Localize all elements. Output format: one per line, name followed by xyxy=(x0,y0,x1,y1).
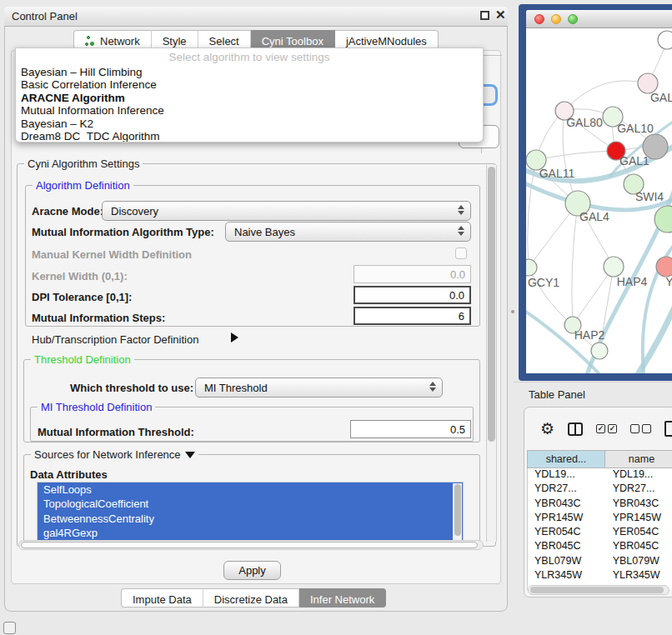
data-attributes-label: Data Attributes xyxy=(30,468,108,481)
table-cell: YER054C xyxy=(606,526,672,540)
mi-threshold-definition-title: MI Threshold Definition xyxy=(38,401,155,413)
table-cell: YBR045C xyxy=(528,540,606,554)
tab-infer-network[interactable]: Infer Network xyxy=(299,588,386,608)
network-edge[interactable] xyxy=(536,151,616,160)
close-traffic-light-icon[interactable] xyxy=(534,14,544,24)
network-node-y[interactable] xyxy=(656,257,672,277)
data-attributes-list[interactable]: SelfLoopsTopologicalCoefficientBetweenne… xyxy=(37,482,464,542)
tab-cyni-toolbox[interactable]: Cyni Toolbox xyxy=(251,30,335,49)
attribute-item-selfloops[interactable]: SelfLoops xyxy=(38,482,463,497)
table-row[interactable]: YBR045CYBR045C9. xyxy=(528,540,672,554)
table-cell: YDR27... xyxy=(606,482,672,497)
minimize-traffic-light-icon[interactable] xyxy=(551,14,561,24)
mi-threshold-label: Mutual Information Threshold: xyxy=(38,426,194,438)
tab-jactivemnodules[interactable]: jActiveMNodules xyxy=(335,30,439,49)
float-panel-icon[interactable] xyxy=(480,11,489,20)
dpi-tolerance-field[interactable] xyxy=(354,286,471,304)
deselect-all-columns-icon[interactable] xyxy=(630,424,651,433)
stepper-arrows-icon xyxy=(458,226,464,236)
network-node[interactable] xyxy=(658,31,672,49)
control-panel-header xyxy=(4,7,508,27)
manual-kernel-checkbox[interactable] xyxy=(455,248,467,259)
algorithm-popup-placeholder: Select algorithm to view settings xyxy=(16,48,483,66)
network-node[interactable] xyxy=(591,342,608,359)
table-row[interactable]: YLR345WYLR345W9. xyxy=(528,569,672,583)
network-node[interactable] xyxy=(643,134,668,159)
tab-select[interactable]: Select xyxy=(198,30,251,49)
restore-panel-icon[interactable] xyxy=(3,622,16,634)
document-icon[interactable] xyxy=(664,421,672,437)
attribute-item-topologicalcoefficient[interactable]: TopologicalCoefficient xyxy=(38,497,463,511)
column-header-name[interactable]: name xyxy=(605,450,672,468)
select-all-columns-icon[interactable]: ✓✓ xyxy=(596,424,617,433)
network-window[interactable]: GALGAL80GAL10GAL1GAL11SWI4GAL4GCY1HAP4YH… xyxy=(519,4,672,381)
mi-steps-field[interactable] xyxy=(354,307,471,325)
table-row[interactable]: YBR043CYBR043C xyxy=(528,498,672,512)
table-row[interactable]: YDL19...YDL19...13 xyxy=(528,468,672,482)
algorithm-option-mutual-information-inference[interactable]: Mutual Information Inference xyxy=(16,104,483,117)
network-node-gcy1[interactable] xyxy=(526,259,537,276)
cyni-bottom-tabs: Impute DataDiscretize DataInfer Network xyxy=(121,588,386,608)
network-node-hap4[interactable] xyxy=(604,257,624,277)
table-panel-title: Table Panel xyxy=(529,388,585,401)
network-window-titlebar[interactable] xyxy=(526,10,672,28)
tab-discretize-data[interactable]: Discretize Data xyxy=(203,588,299,608)
network-edge-band[interactable] xyxy=(633,300,672,373)
apply-button[interactable]: Apply xyxy=(223,561,281,580)
network-node-label: HAP2 xyxy=(574,328,605,342)
tab-impute-data[interactable]: Impute Data xyxy=(121,588,203,608)
network-node-label: HAP4 xyxy=(617,275,648,288)
algorithm-option-bayesian-hill-climbing[interactable]: Bayesian – Hill Climbing xyxy=(16,66,483,78)
kernel-width-field[interactable] xyxy=(354,265,471,283)
gear-icon[interactable]: ⚙ xyxy=(540,421,554,437)
attribute-item-gal4rgexp[interactable]: gal4RGexp xyxy=(38,526,463,540)
network-canvas[interactable]: GALGAL80GAL10GAL1GAL11SWI4GAL4GCY1HAP4YH… xyxy=(526,28,672,373)
algorithm-option-aracne-algorithm[interactable]: ARACNE Algorithm xyxy=(16,92,483,104)
which-threshold-combo[interactable]: MI Threshold xyxy=(195,378,443,398)
attribute-item-betweennesscentrality[interactable]: BetweennessCentrality xyxy=(38,512,463,526)
column-header-shared[interactable]: shared... xyxy=(527,450,605,468)
table-cell: YBR045C xyxy=(606,540,672,554)
table-cell: YLR345W xyxy=(606,569,672,583)
algorithm-option-dream8-dc-tdc-algorithm[interactable]: Dream8 DC_TDC Algorithm xyxy=(16,130,483,142)
network-node-label: GCY1 xyxy=(528,276,559,289)
mi-threshold-field[interactable] xyxy=(350,420,471,438)
network-edge[interactable] xyxy=(572,203,578,325)
kernel-width-label: Kernel Width (0,1): xyxy=(32,270,128,282)
table-row[interactable]: YBL079WYBL079W xyxy=(528,555,672,569)
attributes-scrollbar[interactable] xyxy=(453,483,462,542)
control-panel-tabs: NetworkStyleSelectCyni ToolboxjActiveMNo… xyxy=(73,30,439,49)
close-icon[interactable]: ✕ xyxy=(495,8,506,22)
expand-right-icon[interactable] xyxy=(231,332,238,342)
table-row[interactable]: YDR27...YDR27...12 xyxy=(528,482,672,497)
table-cell: YPR145W xyxy=(528,512,606,526)
mi-algorithm-type-combo[interactable]: Naive Bayes xyxy=(225,222,471,242)
network-node-label: GAL11 xyxy=(539,167,575,180)
algorithm-option-bayesian-k2[interactable]: Bayesian – K2 xyxy=(16,118,483,130)
table-row[interactable]: YER054CYER054C8. xyxy=(528,526,672,540)
tab-network[interactable]: Network xyxy=(73,30,152,49)
network-edge[interactable] xyxy=(573,267,614,325)
aracne-mode-combo[interactable]: Discovery xyxy=(102,201,471,221)
table-columns-icon[interactable] xyxy=(568,422,583,436)
settings-vertical-scrollbar[interactable] xyxy=(486,165,497,542)
settings-horizontal-scrollbar[interactable] xyxy=(18,540,484,550)
network-node-label: GAL1 xyxy=(619,154,649,168)
tab-label: Style xyxy=(163,35,187,48)
tab-style[interactable]: Style xyxy=(152,30,198,49)
aracne-mode-label: Aracne Mode: xyxy=(32,205,103,218)
algorithm-option-basic-correlation-inference[interactable]: Basic Correlation Inference xyxy=(16,78,483,91)
table-cell: YER054C xyxy=(528,526,606,540)
algorithm-dropdown-popup: Select algorithm to view settings Bayesi… xyxy=(15,48,484,142)
table-horizontal-scrollbar[interactable] xyxy=(528,585,669,595)
which-threshold-value: MI Threshold xyxy=(204,382,268,394)
table-cell: YBL079W xyxy=(606,555,672,569)
sources-toggle[interactable]: Sources for Network Inference xyxy=(31,448,198,461)
sources-title: Sources for Network Inference xyxy=(34,448,181,461)
table-row[interactable]: YPR145WYPR145W9. xyxy=(528,512,672,526)
stepper-arrows-icon xyxy=(429,382,436,392)
network-edge[interactable] xyxy=(564,81,648,111)
zoom-traffic-light-icon[interactable] xyxy=(568,14,578,24)
split-divider-handle[interactable] xyxy=(511,310,514,313)
table-cell: YDR27... xyxy=(528,482,606,497)
